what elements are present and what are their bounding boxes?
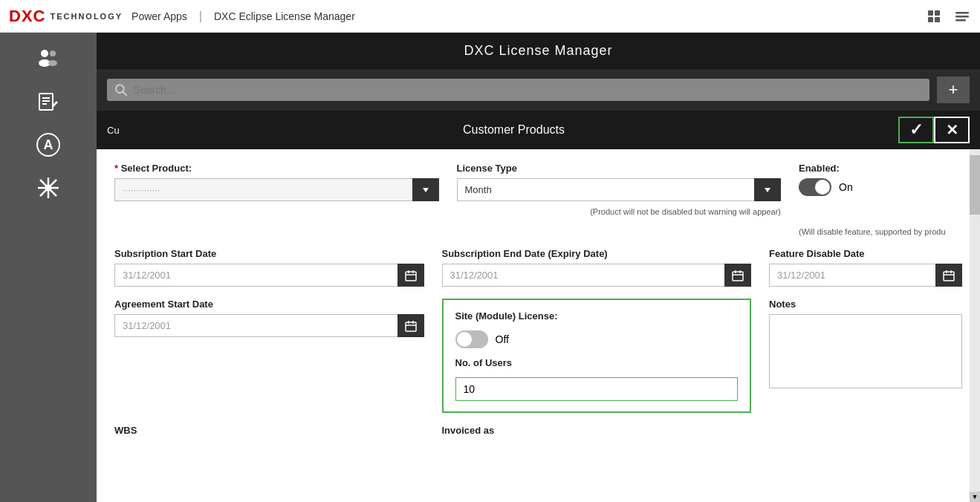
select-product-wrap: ·············· <box>114 178 439 201</box>
sub-start-wrap <box>114 264 424 287</box>
svg-rect-5 <box>955 16 969 18</box>
header-title: DXC License Manager <box>464 43 612 58</box>
confirm-button[interactable]: ✓ <box>898 117 934 143</box>
license-type-label: License Type <box>457 163 782 174</box>
form-row-1: * Select Product: ·············· License… <box>114 163 962 236</box>
form-row-3: Agreement Start Date Site (Module) Licen… <box>114 299 962 413</box>
search-input[interactable] <box>134 84 922 96</box>
site-module-box: Site (Module) License: Off No. of Users … <box>442 299 752 413</box>
form-group-invoiced-as: Invoiced as <box>442 425 752 436</box>
breadcrumb-sep: | <box>199 10 202 23</box>
enabled-hint: (Will disable feature, supported by prod… <box>799 227 962 236</box>
form-group-wbs: WBS <box>114 425 424 436</box>
sidebar-icon-people[interactable] <box>30 40 67 77</box>
sub-end-input[interactable] <box>442 264 752 287</box>
svg-point-9 <box>50 50 56 56</box>
scroll-down-arrow[interactable]: ▼ <box>970 492 980 502</box>
search-bar: + <box>97 69 980 111</box>
main-area: DXC License Manager + Cu Customer Produc… <box>97 33 980 502</box>
sub-start-label: Subsription Start Date <box>114 248 424 259</box>
invoiced-as-label: Invoiced as <box>442 425 752 436</box>
svg-rect-39 <box>406 322 416 331</box>
form-area: * Select Product: ·············· License… <box>97 149 980 502</box>
cp-actions: ✓ ✕ <box>898 117 970 143</box>
add-button[interactable]: + <box>937 76 970 103</box>
select-product-input[interactable]: ·············· <box>114 178 439 201</box>
header-bar: DXC License Manager <box>97 33 980 69</box>
form-group-notes: Notes <box>769 299 962 388</box>
feature-disable-wrap <box>769 264 962 287</box>
top-icon-1[interactable] <box>925 7 943 25</box>
svg-rect-0 <box>928 10 933 16</box>
svg-rect-31 <box>733 272 743 281</box>
top-bar-actions <box>925 7 971 25</box>
svg-text:A: A <box>44 137 53 152</box>
form-group-feature-disable: Feature Disable Date <box>769 248 962 287</box>
sub-end-label: Subscription End Date (Expiry Date) <box>442 248 752 259</box>
cp-cu-label: Cu <box>107 125 129 136</box>
notes-textarea[interactable] <box>769 314 962 388</box>
search-icon <box>114 83 128 97</box>
form-group-agreement-start: Agreement Start Date <box>114 299 424 337</box>
form-row-4: WBS Invoiced as <box>114 425 962 436</box>
cp-title: Customer Products <box>129 123 898 137</box>
close-button[interactable]: ✕ <box>934 117 970 143</box>
sidebar-icon-avengers[interactable]: A <box>30 126 67 163</box>
license-type-select[interactable]: Month Year Quarter <box>457 178 782 201</box>
enabled-label: Enabled: <box>799 163 962 174</box>
logo-text: DXC <box>9 7 45 26</box>
license-type-wrap: Month Year Quarter <box>457 178 782 201</box>
scrollbar[interactable]: ▼ <box>970 149 980 502</box>
search-wrap <box>107 79 929 101</box>
svg-rect-27 <box>406 272 416 281</box>
required-star: * <box>114 163 118 174</box>
svg-rect-35 <box>944 272 954 281</box>
sub-end-calendar-btn[interactable] <box>724 264 751 287</box>
feature-disable-label: Feature Disable Date <box>769 248 962 259</box>
logo: DXC TECHNOLOGY <box>9 7 123 26</box>
site-module-toggle-wrap: Off <box>455 330 739 348</box>
svg-rect-1 <box>935 10 940 16</box>
sub-end-wrap <box>442 264 752 287</box>
enabled-toggle[interactable] <box>799 178 831 196</box>
svg-point-22 <box>46 186 51 190</box>
form-group-enabled: Enabled: On (Will disable feature, suppo… <box>799 163 962 236</box>
select-product-label-text: Select Product: <box>121 163 192 174</box>
sidebar-icon-snowflake[interactable] <box>30 169 67 206</box>
no-of-users-input[interactable]: 10 <box>455 377 739 401</box>
sidebar-icon-edit[interactable] <box>30 83 67 120</box>
form-group-license-type: License Type Month Year Quarter (Product… <box>457 163 782 216</box>
notes-label: Notes <box>769 299 962 310</box>
customer-products-bar: Cu Customer Products ✓ ✕ <box>97 111 980 149</box>
sidebar: A <box>0 33 97 502</box>
top-bar: DXC TECHNOLOGY Power Apps | DXC Eclipse … <box>0 0 980 33</box>
svg-rect-4 <box>955 12 969 14</box>
top-icon-2[interactable] <box>953 7 971 25</box>
site-module-toggle[interactable] <box>455 330 488 348</box>
app-layout: A DXC License Manager <box>0 33 980 502</box>
svg-rect-6 <box>955 19 966 22</box>
agreement-start-input[interactable] <box>114 314 424 337</box>
site-module-toggle-knob <box>457 332 472 347</box>
svg-line-24 <box>123 91 126 95</box>
wbs-label: WBS <box>114 425 424 436</box>
site-module-label: Site (Module) License: <box>455 310 739 322</box>
form-group-sub-end: Subscription End Date (Expiry Date) <box>442 248 752 287</box>
enabled-toggle-knob <box>815 180 830 195</box>
enabled-toggle-wrap: On <box>799 178 962 196</box>
sub-start-input[interactable] <box>114 264 424 287</box>
sub-start-calendar-btn[interactable] <box>397 264 424 287</box>
svg-point-7 <box>41 50 48 57</box>
svg-rect-2 <box>928 17 933 22</box>
select-product-label: * Select Product: <box>114 163 439 174</box>
agreement-start-label: Agreement Start Date <box>114 299 424 310</box>
product-hint: (Product will not be disabled but warnin… <box>457 207 782 216</box>
no-of-users-label: No. of Users <box>455 357 739 368</box>
feature-disable-calendar-btn[interactable] <box>935 264 962 287</box>
agreement-start-calendar-btn[interactable] <box>397 314 424 337</box>
feature-disable-input[interactable] <box>769 264 962 287</box>
agreement-start-wrap <box>114 314 424 337</box>
svg-point-10 <box>48 60 57 66</box>
svg-point-23 <box>116 85 124 93</box>
svg-rect-3 <box>935 17 940 22</box>
